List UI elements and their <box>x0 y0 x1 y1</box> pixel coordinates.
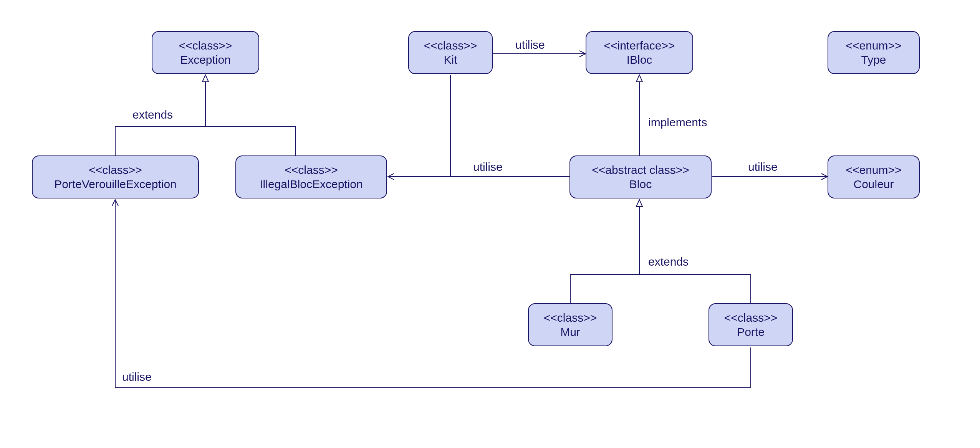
edge-label-bloc-utilise-couleur: utilise <box>748 160 778 174</box>
edge-label-extends-exception: extends <box>132 108 173 121</box>
edge-label-extends-bloc: extends <box>648 255 689 268</box>
class-name: Mur <box>560 325 580 339</box>
class-name: IBloc <box>627 53 652 67</box>
node-kit: <<class>> Kit <box>408 31 493 74</box>
diagram-canvas: <<class>> Exception <<class>> Kit <<inte… <box>0 0 980 448</box>
stereotype: <<class>> <box>724 311 777 325</box>
stereotype: <<class>> <box>544 311 597 325</box>
node-mur: <<class>> Mur <box>528 303 612 346</box>
edge-label-bloc-implements-ibloc: implements <box>648 116 707 129</box>
edge-label-bloc-utilise-illegal: utilise <box>473 160 503 174</box>
class-name: Couleur <box>853 177 894 192</box>
class-name: Kit <box>444 53 457 67</box>
edge-label-porte-utilise-pve: utilise <box>122 370 152 384</box>
stereotype: <<class>> <box>179 38 232 53</box>
node-couleur: <<enum>> Couleur <box>828 155 920 198</box>
node-bloc: <<abstract class>> Bloc <box>569 155 712 198</box>
stereotype: <<interface>> <box>604 38 675 53</box>
class-name: PorteVerouilleException <box>54 177 177 192</box>
stereotype: <<abstract class>> <box>592 163 689 177</box>
class-name: Bloc <box>629 177 652 192</box>
class-name: Type <box>861 53 886 67</box>
stereotype: <<class>> <box>285 163 338 177</box>
class-name: IllegalBlocException <box>260 177 363 192</box>
stereotype: <<class>> <box>89 163 142 177</box>
node-exception: <<class>> Exception <box>152 31 259 74</box>
node-ibloc: <<interface>> IBloc <box>586 31 693 74</box>
node-illegal-bloc-exception: <<class>> IllegalBlocException <box>235 155 387 198</box>
node-porte: <<class>> Porte <box>709 303 793 346</box>
stereotype: <<enum>> <box>846 38 901 53</box>
stereotype: <<class>> <box>424 38 477 53</box>
node-type: <<enum>> Type <box>828 31 920 74</box>
node-porte-verouille-exception: <<class>> PorteVerouilleException <box>32 155 199 198</box>
class-name: Porte <box>737 325 765 339</box>
class-name: Exception <box>180 53 231 67</box>
edge-label-kit-utilise-ibloc: utilise <box>515 38 545 51</box>
stereotype: <<enum>> <box>846 163 901 177</box>
